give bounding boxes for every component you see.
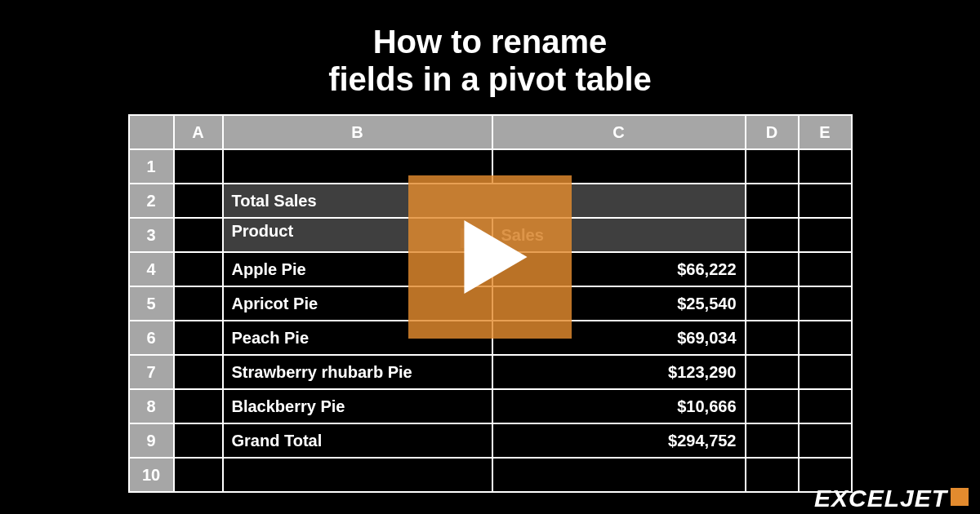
logo-accent-icon (951, 488, 969, 506)
row-header-6[interactable]: 6 (129, 321, 174, 355)
cell-D1[interactable] (746, 149, 799, 184)
cell-E1[interactable] (799, 149, 852, 184)
row-header-9[interactable]: 9 (129, 423, 174, 458)
cell-E3[interactable] (799, 218, 852, 252)
cell-A7[interactable] (174, 355, 223, 389)
row-header-7[interactable]: 7 (129, 355, 174, 389)
col-header-E[interactable]: E (799, 115, 852, 149)
cell-D7[interactable] (746, 355, 799, 389)
cell-B7[interactable]: Strawberry rhubarb Pie (223, 355, 492, 389)
title-line-2: fields in a pivot table (328, 61, 652, 97)
cell-B8[interactable]: Blackberry Pie (223, 389, 492, 423)
total-sales-label: Total Sales (232, 192, 317, 210)
cell-D5[interactable] (746, 286, 799, 321)
cell-D3[interactable] (746, 218, 799, 252)
row-header-3[interactable]: 3 (129, 218, 174, 252)
cell-E4[interactable] (799, 252, 852, 286)
cell-C8[interactable]: $10,666 (492, 389, 746, 423)
cell-D6[interactable] (746, 321, 799, 355)
row-header-8[interactable]: 8 (129, 389, 174, 423)
cell-E9[interactable] (799, 423, 852, 458)
cell-A9[interactable] (174, 423, 223, 458)
product-label: Product (232, 222, 294, 240)
col-header-D[interactable]: D (746, 115, 799, 149)
cell-B10[interactable] (223, 458, 492, 492)
logo: EXCELJET (814, 485, 969, 512)
select-all-corner[interactable] (129, 115, 174, 149)
row-header-4[interactable]: 4 (129, 252, 174, 286)
cell-A5[interactable] (174, 286, 223, 321)
col-header-B[interactable]: B (223, 115, 492, 149)
row-header-5[interactable]: 5 (129, 286, 174, 321)
cell-E5[interactable] (799, 286, 852, 321)
play-button[interactable] (408, 175, 572, 339)
cell-D9[interactable] (746, 423, 799, 458)
cell-B9[interactable]: Grand Total (223, 423, 492, 458)
cell-E2[interactable] (799, 184, 852, 218)
cell-E8[interactable] (799, 389, 852, 423)
play-icon (463, 220, 528, 294)
col-header-C[interactable]: C (492, 115, 746, 149)
cell-A2[interactable] (174, 184, 223, 218)
cell-D8[interactable] (746, 389, 799, 423)
cell-D10[interactable] (746, 458, 799, 492)
cell-C9[interactable]: $294,752 (492, 423, 746, 458)
cell-E7[interactable] (799, 355, 852, 389)
cell-D4[interactable] (746, 252, 799, 286)
cell-A10[interactable] (174, 458, 223, 492)
page-title: How to rename fields in a pivot table (0, 0, 980, 114)
row-header-1[interactable]: 1 (129, 149, 174, 184)
title-line-1: How to rename (373, 24, 608, 60)
svg-marker-1 (464, 220, 527, 294)
row-header-2[interactable]: 2 (129, 184, 174, 218)
cell-C10[interactable] (492, 458, 746, 492)
cell-A8[interactable] (174, 389, 223, 423)
row-header-10[interactable]: 10 (129, 458, 174, 492)
cell-A3[interactable] (174, 218, 223, 252)
cell-A6[interactable] (174, 321, 223, 355)
cell-C7[interactable]: $123,290 (492, 355, 746, 389)
cell-E6[interactable] (799, 321, 852, 355)
cell-D2[interactable] (746, 184, 799, 218)
cell-A4[interactable] (174, 252, 223, 286)
logo-text: EXCELJET (814, 485, 947, 512)
cell-A1[interactable] (174, 149, 223, 184)
col-header-A[interactable]: A (174, 115, 223, 149)
